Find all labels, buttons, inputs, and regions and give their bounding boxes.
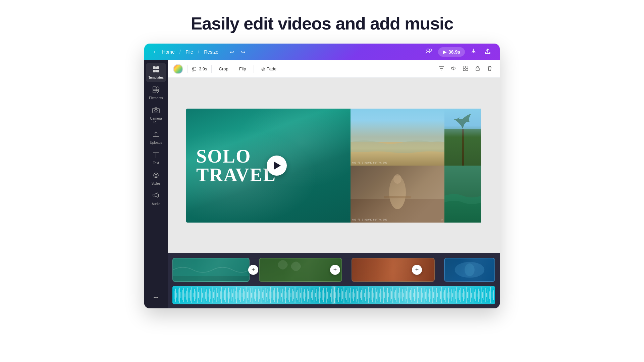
delete-button[interactable]: [485, 64, 494, 74]
svg-rect-97: [242, 293, 243, 297]
svg-rect-54: [183, 288, 184, 302]
svg-rect-75: [212, 287, 212, 303]
timeline-clip-1[interactable]: [172, 258, 250, 282]
fade-button[interactable]: ◎ Fade: [258, 65, 280, 73]
svg-point-17: [157, 297, 158, 298]
svg-rect-254: [455, 291, 456, 299]
svg-rect-260: [463, 289, 464, 301]
sidebar-item-more[interactable]: [146, 291, 166, 306]
svg-point-12: [154, 173, 158, 178]
svg-rect-83: [223, 292, 223, 298]
scissors-icon: [192, 66, 197, 72]
timeline-clip-2[interactable]: [259, 258, 342, 282]
camera-icon: [152, 107, 160, 116]
flip-button[interactable]: Flip: [236, 65, 250, 73]
svg-rect-121: [274, 288, 275, 302]
sidebar-item-camera[interactable]: Camera R...: [146, 104, 166, 127]
play-icon: ▶: [443, 49, 446, 55]
collaborate-button[interactable]: [423, 46, 435, 58]
svg-rect-227: [418, 292, 419, 298]
svg-rect-199: [380, 289, 381, 302]
svg-rect-136: [295, 287, 296, 303]
collage-tropical-image[interactable]: ›: [444, 166, 481, 223]
volume-button[interactable]: [449, 64, 458, 74]
svg-rect-263: [467, 292, 468, 298]
templates-icon: [152, 66, 160, 75]
svg-rect-246: [444, 290, 445, 300]
svg-rect-73: [209, 289, 210, 302]
svg-rect-274: [482, 292, 483, 298]
page-title: Easily edit videos and add music: [0, 13, 644, 34]
svg-rect-175: [348, 288, 348, 302]
play-button[interactable]: ▶ 36.9s: [438, 47, 465, 57]
sidebar-item-styles[interactable]: Styles: [146, 169, 166, 188]
svg-rect-112: [262, 292, 263, 298]
svg-rect-249: [448, 288, 449, 303]
svg-rect-31: [462, 129, 464, 166]
svg-rect-157: [323, 288, 324, 302]
resize-nav[interactable]: Resize: [201, 48, 222, 56]
redo-button[interactable]: ↪: [238, 47, 248, 57]
lock-button[interactable]: [473, 64, 482, 74]
svg-rect-258: [461, 288, 461, 302]
svg-rect-176: [349, 293, 350, 298]
add-clip-button-1[interactable]: +: [248, 265, 258, 275]
sidebar-item-text[interactable]: Text: [146, 148, 166, 168]
file-nav[interactable]: File: [182, 48, 197, 56]
svg-rect-51: [179, 288, 180, 303]
collage-person-image[interactable]: ▶: [351, 166, 444, 223]
svg-rect-109: [258, 289, 259, 302]
sidebar-item-audio[interactable]: Audio: [146, 189, 166, 208]
svg-rect-202: [384, 292, 385, 298]
collage-top: [351, 109, 481, 166]
svg-rect-69: [204, 288, 204, 303]
svg-rect-145: [307, 289, 308, 302]
share-button[interactable]: [482, 46, 493, 58]
uploads-label: Uploads: [150, 141, 162, 144]
svg-rect-238: [433, 292, 434, 298]
svg-rect-183: [359, 287, 359, 303]
svg-rect-201: [383, 287, 384, 303]
crop-button[interactable]: Crop: [216, 65, 232, 73]
add-clip-button-2[interactable]: +: [330, 265, 340, 275]
color-palette[interactable]: [173, 64, 183, 74]
svg-rect-147: [310, 287, 310, 303]
svg-line-21: [194, 70, 196, 71]
timeline-clip-3[interactable]: [352, 258, 435, 282]
audio-icon: [152, 192, 160, 201]
add-clip-button-3[interactable]: +: [412, 265, 422, 275]
svg-rect-106: [254, 292, 255, 299]
play-overlay-button[interactable]: [267, 156, 287, 176]
svg-rect-196: [376, 292, 377, 299]
svg-rect-104: [251, 293, 252, 298]
svg-rect-208: [392, 287, 393, 303]
svg-rect-177: [351, 288, 351, 303]
svg-rect-207: [391, 291, 392, 299]
sidebar-item-elements[interactable]: Elements: [146, 83, 166, 103]
svg-rect-110: [259, 291, 260, 299]
nav-divider-2: /: [198, 49, 199, 55]
collage-palm-image[interactable]: [444, 109, 481, 166]
collage-beach-image[interactable]: [351, 109, 444, 166]
sidebar-item-templates[interactable]: Templates: [146, 63, 166, 82]
editor-container: ‹ Home / File / Resize ↩ ↪: [144, 44, 500, 308]
home-nav[interactable]: Home: [159, 48, 178, 56]
svg-rect-67: [201, 288, 202, 302]
nav-buttons: ‹ Home / File / Resize: [151, 47, 222, 57]
svg-point-13: [155, 174, 157, 176]
svg-rect-228: [420, 290, 420, 300]
svg-rect-251: [451, 289, 451, 301]
audio-waveform-track[interactable]: // Generated inline - static bars for wa…: [172, 286, 495, 304]
download-button[interactable]: [468, 46, 479, 58]
svg-rect-62: [194, 289, 195, 301]
grid-button[interactable]: [461, 64, 470, 74]
back-button[interactable]: ‹: [151, 47, 158, 57]
sidebar-item-uploads[interactable]: Uploads: [146, 128, 166, 147]
main-video-panel[interactable]: SOLO TRAVEL: [186, 109, 351, 223]
svg-rect-101: [247, 292, 248, 298]
svg-rect-90: [232, 293, 233, 297]
undo-button[interactable]: ↩: [227, 47, 237, 57]
filter-button[interactable]: [437, 64, 446, 74]
svg-rect-61: [193, 293, 194, 297]
timeline-clip-4[interactable]: [444, 258, 495, 282]
